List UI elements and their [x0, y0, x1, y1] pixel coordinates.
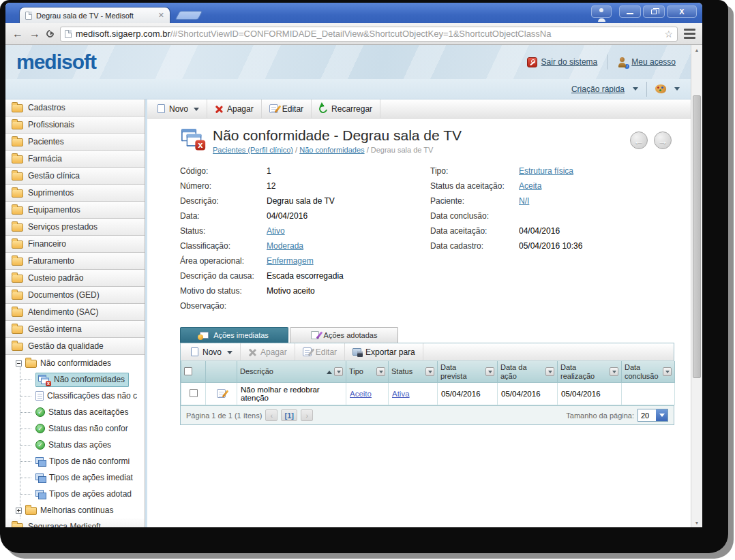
status-aceitacao-link[interactable]: Aceita [519, 181, 541, 191]
header-tipo[interactable]: Tipo [346, 361, 389, 383]
tree-node-melhorias-continuas[interactable]: Melhorias contínuas [5, 502, 145, 518]
tree-item-status-nao-conformidades[interactable]: Status das não confor [5, 420, 145, 437]
tree-item-status-aceitacoes[interactable]: Status das aceitações [5, 404, 145, 420]
tree-item-nao-conformidades[interactable]: x Não conformidades [5, 371, 145, 388]
filter-button[interactable] [334, 367, 343, 376]
logout-link[interactable]: Sair do sistema [527, 57, 598, 67]
expand-icon[interactable] [16, 508, 22, 514]
row-checkbox[interactable] [190, 389, 198, 397]
sidebar-item-faturamento[interactable]: Faturamento [5, 253, 145, 270]
sidebar-item-servicos-prestados[interactable]: Serviços prestados [5, 219, 145, 236]
minimize-button[interactable] [619, 5, 641, 18]
status-link[interactable]: Ativo [267, 226, 285, 236]
edit-button[interactable]: Editar [262, 99, 312, 118]
collapse-icon[interactable] [16, 360, 22, 367]
sidebar-item-seguranca-medisoft[interactable]: Segurança Medisoft [5, 518, 145, 527]
row-edit-cell[interactable] [206, 383, 237, 405]
sidebar-item-financeiro[interactable]: Financeiro [5, 236, 145, 253]
back-button[interactable]: ← [12, 29, 23, 40]
sidebar-item-profissionais[interactable]: Profissionais [5, 116, 145, 134]
grid-delete-button[interactable]: Apagar [241, 343, 295, 360]
page-size-dropdown-button[interactable] [656, 409, 668, 421]
new-button[interactable]: Novo [150, 99, 207, 118]
select-all-checkbox[interactable] [184, 367, 192, 375]
tree-item-classificacoes[interactable]: Classificações das não c [5, 388, 145, 404]
scroll-down-icon[interactable]: ▼ [691, 518, 702, 527]
grid-edit-button[interactable]: Editar [295, 343, 345, 360]
prev-page-button[interactable]: ‹ [265, 409, 278, 421]
filter-button[interactable] [545, 367, 554, 376]
scroll-up-icon[interactable]: ▲ [691, 45, 702, 55]
filter-button[interactable] [425, 367, 434, 376]
sidebar-item-suprimentos[interactable]: Suprimentos [5, 185, 145, 202]
browser-tab[interactable]: Degrau sala de TV - Medisoft ✕ [19, 7, 170, 23]
header-data-prevista[interactable]: Data prevista [438, 361, 498, 383]
filter-button[interactable] [485, 367, 494, 376]
next-page-button[interactable]: › [301, 409, 313, 421]
sidebar-item-gestao-interna[interactable]: Gestão interna [5, 321, 145, 338]
chevron-down-icon[interactable] [194, 108, 199, 114]
classificacao-link[interactable]: Moderada [267, 241, 303, 251]
header-data-conclusao[interactable]: Data conclusão [622, 361, 675, 383]
page-size-select[interactable]: 20 [638, 409, 668, 422]
header-descricao[interactable]: Descrição [237, 361, 346, 383]
current-page-button[interactable]: [1] [281, 409, 297, 421]
breadcrumb-link-nao-conformidades[interactable]: Não conformidades [299, 146, 364, 154]
tipo-link[interactable]: Estrutura física [519, 166, 573, 176]
row-select-cell[interactable] [181, 383, 206, 405]
sidebar-item-custeio-padrao[interactable]: Custeio padrão [5, 270, 145, 287]
new-tab-button[interactable] [175, 11, 203, 20]
tree-item-status-acoes[interactable]: Status das ações [5, 437, 145, 453]
sidebar-item-gestao-clinica[interactable]: Gestão clínica [5, 168, 145, 185]
sidebar-item-equipamentos[interactable]: Equipamentos [5, 202, 145, 219]
header-data-acao[interactable]: Data da ação [498, 361, 558, 383]
reload-button[interactable]: Recarregar [312, 99, 380, 118]
browser-menu-icon[interactable] [684, 29, 695, 39]
tree-node-nao-conformidades[interactable]: Não conformidades [5, 355, 145, 371]
my-access-link[interactable]: iMeu acesso [617, 57, 676, 67]
tab-acoes-imediatas[interactable]: Ações imediatas [180, 327, 288, 343]
header-status[interactable]: Status [389, 361, 438, 383]
vertical-scrollbar[interactable]: ▲ ▼ [691, 45, 702, 527]
area-operacional-link[interactable]: Enfermagem [267, 256, 314, 266]
bookmark-star-icon[interactable]: ☆ [664, 29, 673, 40]
profile-button[interactable] [591, 5, 612, 18]
tree-item-tipos-nao-conformidades[interactable]: Tipos de não conformi [5, 453, 145, 469]
filter-button[interactable] [610, 367, 618, 376]
header-data-realizacao[interactable]: Data realização [558, 361, 622, 383]
status-cell-link[interactable]: Ativa [392, 390, 410, 398]
header-select-all[interactable] [181, 361, 206, 383]
quick-create-link[interactable]: Criação rápida [571, 84, 625, 94]
theme-caret-icon[interactable] [674, 87, 680, 93]
chevron-down-icon[interactable] [227, 351, 232, 357]
quick-create-caret-icon[interactable] [633, 87, 638, 93]
tree-item-tipos-acoes-adotadas[interactable]: Tipos de ações adotad [5, 486, 145, 502]
sidebar-item-atendimento-sac[interactable]: Atendimento (SAC) [5, 304, 145, 321]
reload-icon[interactable] [45, 29, 55, 39]
paciente-link[interactable]: N/I [519, 196, 529, 206]
tab-close-icon[interactable]: ✕ [158, 11, 164, 20]
filter-button[interactable] [663, 367, 672, 376]
restore-button[interactable] [643, 5, 665, 18]
breadcrumb-link-pacientes[interactable]: Pacientes (Perfil clínico) [213, 146, 293, 154]
grid-new-button[interactable]: Novo [183, 343, 241, 360]
theme-palette-icon[interactable] [655, 84, 666, 93]
filter-button[interactable] [376, 367, 385, 376]
sidebar-item-pacientes[interactable]: Pacientes [5, 134, 145, 151]
previous-record-button[interactable]: ← [630, 131, 648, 149]
row-edit-icon[interactable] [217, 389, 226, 398]
tab-acoes-adotadas[interactable]: Ações adotadas [290, 327, 398, 343]
delete-button[interactable]: Apagar [207, 99, 262, 118]
sidebar-item-gestao-da-qualidade[interactable]: Gestão da qualidade [5, 338, 145, 355]
sidebar-item-farmacia[interactable]: Farmácia [5, 151, 145, 168]
scrollbar-thumb[interactable] [693, 95, 701, 378]
tipo-cell-link[interactable]: Aceito [350, 390, 372, 398]
close-button[interactable]: X [667, 5, 697, 18]
sidebar-item-documentos-ged[interactable]: Documentos (GED) [5, 287, 145, 304]
address-bar[interactable]: medisoft.sigaerp.com.br/#ShortcutViewID=… [60, 27, 678, 42]
sidebar-item-cadastros[interactable]: Cadastros [5, 99, 145, 116]
grid-export-button[interactable]: Exportar para [345, 343, 423, 360]
forward-button[interactable]: → [29, 29, 40, 40]
next-record-button[interactable]: → [654, 131, 672, 149]
tree-item-tipos-acoes-imediatas[interactable]: Tipos de ações imediat [5, 469, 145, 486]
